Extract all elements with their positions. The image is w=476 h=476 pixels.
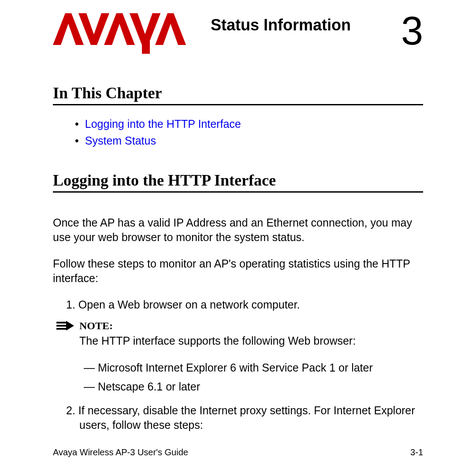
section-heading-logging-http: Logging into the HTTP Interface xyxy=(53,171,423,193)
footer-page-number: 3-1 xyxy=(410,447,423,457)
page-header: Status Information 3 xyxy=(53,13,423,57)
footer-guide-name: Avaya Wireless AP-3 User's Guide xyxy=(53,447,188,457)
step-1: 1. Open a Web browser on a network compu… xyxy=(79,298,423,312)
note-text: The HTTP interface supports the followin… xyxy=(79,334,423,348)
svg-marker-3 xyxy=(66,321,74,331)
toc-link-system-status[interactable]: System Status xyxy=(75,133,423,149)
paragraph-follow-steps: Follow these steps to monitor an AP's op… xyxy=(53,257,423,285)
note-block: NOTE: The HTTP interface supports the fo… xyxy=(79,320,423,348)
chapter-title: Status Information xyxy=(211,16,351,34)
browser-netscape: — Netscape 6.1 or later xyxy=(97,379,423,394)
note-arrow-icon xyxy=(56,321,77,331)
step-2: 2. If necessary, disable the Internet pr… xyxy=(79,403,423,432)
note-label: NOTE: xyxy=(79,320,113,332)
chapter-number: 3 xyxy=(401,13,423,49)
page-footer: Avaya Wireless AP-3 User's Guide 3-1 xyxy=(53,447,423,457)
browser-ie: — Microsoft Internet Explorer 6 with Ser… xyxy=(97,360,423,376)
paragraph-intro: Once the AP has a valid IP Address and a… xyxy=(53,216,423,244)
table-of-contents: Logging into the HTTP Interface System S… xyxy=(75,116,423,149)
toc-link-logging[interactable]: Logging into the HTTP Interface xyxy=(75,116,423,133)
svg-rect-1 xyxy=(56,325,66,327)
svg-rect-2 xyxy=(56,328,66,330)
avaya-logo xyxy=(53,13,203,57)
browser-list: — Microsoft Internet Explorer 6 with Ser… xyxy=(53,360,423,394)
section-heading-in-this-chapter: In This Chapter xyxy=(53,84,423,105)
svg-rect-0 xyxy=(56,322,66,324)
